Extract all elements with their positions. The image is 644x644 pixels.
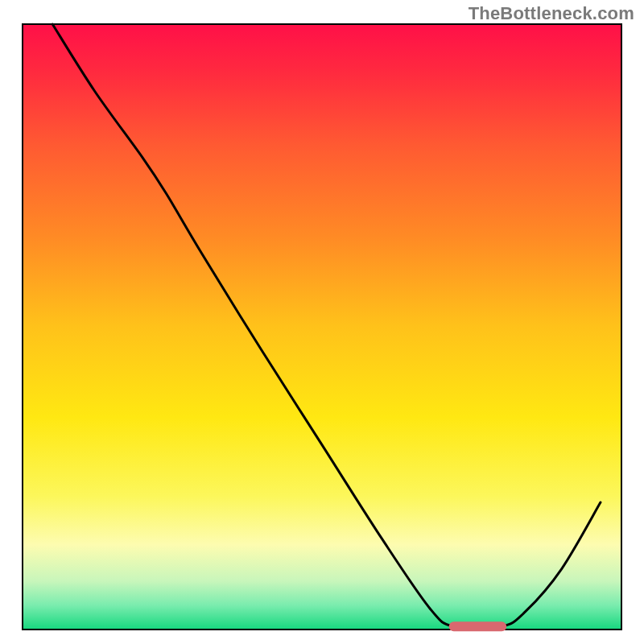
watermark-text: TheBottleneck.com	[469, 3, 634, 24]
bottleneck-chart	[0, 0, 644, 644]
